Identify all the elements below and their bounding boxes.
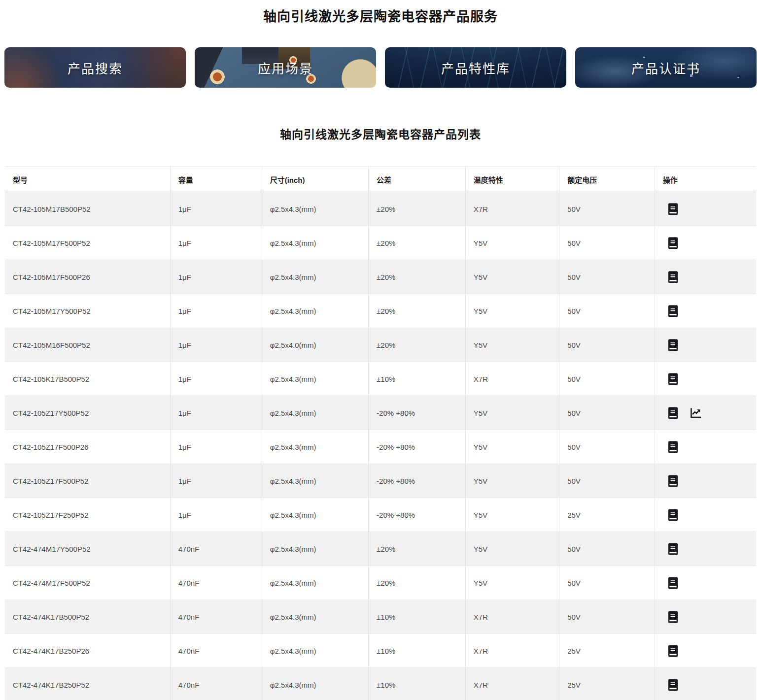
- cell-tolerance: -20% +80%: [369, 430, 466, 464]
- cell-rated-voltage: 25V: [559, 498, 655, 532]
- col-header-capacity: 容量: [170, 167, 262, 192]
- table-row: CT42-105M17F500P52 1μF φ2.5x4.3(mm) ±20%…: [5, 226, 756, 260]
- cell-actions: [655, 294, 756, 328]
- cell-tolerance: ±20%: [369, 192, 466, 226]
- banner-product-search[interactable]: 产品搜索: [4, 47, 186, 88]
- datasheet-book-icon[interactable]: [668, 339, 678, 351]
- datasheet-book-icon[interactable]: [668, 237, 678, 249]
- cell-size: φ2.5x4.3(mm): [262, 464, 368, 498]
- product-table: 型号 容量 尺寸(inch) 公差 温度特性 额定电压 操作 CT42-105M…: [5, 167, 756, 700]
- table-row: CT42-105Z17F250P52 1μF φ2.5x4.3(mm) -20%…: [5, 498, 756, 532]
- cell-tolerance: ±10%: [369, 600, 466, 634]
- datasheet-book-icon[interactable]: [668, 475, 678, 487]
- cell-tolerance: ±20%: [369, 294, 466, 328]
- cell-temp-characteristic: Y5V: [465, 430, 559, 464]
- banner-label: 产品特性库: [441, 59, 510, 77]
- table-row: CT42-474M17F500P52 470nF φ2.5x4.3(mm) ±2…: [5, 566, 756, 600]
- table-row: CT42-105M17Y500P52 1μF φ2.5x4.3(mm) ±20%…: [5, 294, 756, 328]
- col-header-model: 型号: [5, 167, 170, 192]
- banner-product-certificates[interactable]: 产品认证书: [575, 47, 757, 88]
- graph-up-arrow-icon[interactable]: [690, 407, 702, 419]
- cell-model: CT42-105Z17Y500P52: [5, 396, 170, 430]
- table-row: CT42-105Z17F500P26 1μF φ2.5x4.3(mm) -20%…: [5, 430, 756, 464]
- cell-model: CT42-474M17Y500P52: [5, 532, 170, 566]
- datasheet-book-icon[interactable]: [668, 407, 678, 419]
- cell-actions: [655, 532, 756, 566]
- cell-rated-voltage: 50V: [559, 294, 655, 328]
- cell-model: CT42-105Z17F250P52: [5, 498, 170, 532]
- cell-capacity: 470nF: [170, 668, 262, 700]
- datasheet-book-icon[interactable]: [668, 373, 678, 385]
- cell-size: φ2.5x4.3(mm): [262, 260, 368, 294]
- datasheet-book-icon[interactable]: [668, 645, 678, 657]
- cell-rated-voltage: 50V: [559, 566, 655, 600]
- cell-size: φ2.5x4.3(mm): [262, 566, 368, 600]
- cell-capacity: 470nF: [170, 532, 262, 566]
- cell-rated-voltage: 25V: [559, 634, 655, 668]
- datasheet-book-icon[interactable]: [668, 611, 678, 623]
- cell-actions: [655, 430, 756, 464]
- cell-temp-characteristic: X7R: [465, 634, 559, 668]
- cell-actions: [655, 600, 756, 634]
- col-header-tolerance: 公差: [369, 167, 466, 192]
- cell-capacity: 1μF: [170, 260, 262, 294]
- cell-rated-voltage: 50V: [559, 192, 655, 226]
- cell-rated-voltage: 50V: [559, 464, 655, 498]
- cell-size: φ2.5x4.3(mm): [262, 600, 368, 634]
- cell-actions: [655, 260, 756, 294]
- cell-model: CT42-105Z17F500P26: [5, 430, 170, 464]
- cell-capacity: 1μF: [170, 192, 262, 226]
- cell-tolerance: ±20%: [369, 328, 466, 362]
- datasheet-book-icon[interactable]: [668, 441, 678, 453]
- cell-tolerance: ±20%: [369, 260, 466, 294]
- cell-temp-characteristic: Y5V: [465, 328, 559, 362]
- cell-capacity: 1μF: [170, 430, 262, 464]
- datasheet-book-icon[interactable]: [668, 509, 678, 521]
- table-row: CT42-474K17B500P52 470nF φ2.5x4.3(mm) ±1…: [5, 600, 756, 634]
- cell-temp-characteristic: Y5V: [465, 260, 559, 294]
- cell-capacity: 1μF: [170, 396, 262, 430]
- cell-rated-voltage: 50V: [559, 226, 655, 260]
- col-header-rated-voltage: 额定电压: [559, 167, 655, 192]
- cell-size: φ2.5x4.3(mm): [262, 532, 368, 566]
- table-row: CT42-105M17F500P26 1μF φ2.5x4.3(mm) ±20%…: [5, 260, 756, 294]
- cell-capacity: 1μF: [170, 362, 262, 396]
- cell-model: CT42-105K17B500P52: [5, 362, 170, 396]
- banner-application-scenarios[interactable]: 应用场景: [195, 47, 376, 88]
- table-row: CT42-105Z17F500P52 1μF φ2.5x4.3(mm) -20%…: [5, 464, 756, 498]
- cell-capacity: 1μF: [170, 294, 262, 328]
- table-header-row: 型号 容量 尺寸(inch) 公差 温度特性 额定电压 操作: [5, 167, 756, 192]
- datasheet-book-icon[interactable]: [668, 577, 678, 589]
- cell-temp-characteristic: X7R: [465, 192, 559, 226]
- cell-size: φ2.5x4.3(mm): [262, 362, 368, 396]
- cell-temp-characteristic: X7R: [465, 600, 559, 634]
- cell-actions: [655, 192, 756, 226]
- cell-tolerance: ±20%: [369, 226, 466, 260]
- col-header-actions: 操作: [655, 167, 756, 192]
- cell-model: CT42-105M17F500P26: [5, 260, 170, 294]
- cell-actions: [655, 226, 756, 260]
- cell-rated-voltage: 50V: [559, 328, 655, 362]
- datasheet-book-icon[interactable]: [668, 305, 678, 317]
- page-title: 轴向引线激光多层陶瓷电容器产品服务: [0, 6, 761, 25]
- cell-temp-characteristic: X7R: [465, 668, 559, 700]
- cell-model: CT42-474K17B500P52: [5, 600, 170, 634]
- banner-product-feature-library[interactable]: 产品特性库: [385, 47, 566, 88]
- cell-actions: [655, 396, 756, 430]
- cell-capacity: 1μF: [170, 498, 262, 532]
- cell-rated-voltage: 50V: [559, 260, 655, 294]
- cell-capacity: 470nF: [170, 634, 262, 668]
- cell-actions: [655, 566, 756, 600]
- datasheet-book-icon[interactable]: [668, 203, 678, 215]
- cell-tolerance: ±10%: [369, 634, 466, 668]
- datasheet-book-icon[interactable]: [668, 679, 678, 691]
- cell-actions: [655, 668, 756, 700]
- cell-tolerance: ±10%: [369, 668, 466, 700]
- col-header-temp-characteristic: 温度特性: [465, 167, 559, 192]
- cell-model: CT42-105M17B500P52: [5, 192, 170, 226]
- cell-rated-voltage: 50V: [559, 532, 655, 566]
- table-row: CT42-105K17B500P52 1μF φ2.5x4.3(mm) ±10%…: [5, 362, 756, 396]
- datasheet-book-icon[interactable]: [668, 271, 678, 283]
- cell-rated-voltage: 50V: [559, 430, 655, 464]
- datasheet-book-icon[interactable]: [668, 543, 678, 555]
